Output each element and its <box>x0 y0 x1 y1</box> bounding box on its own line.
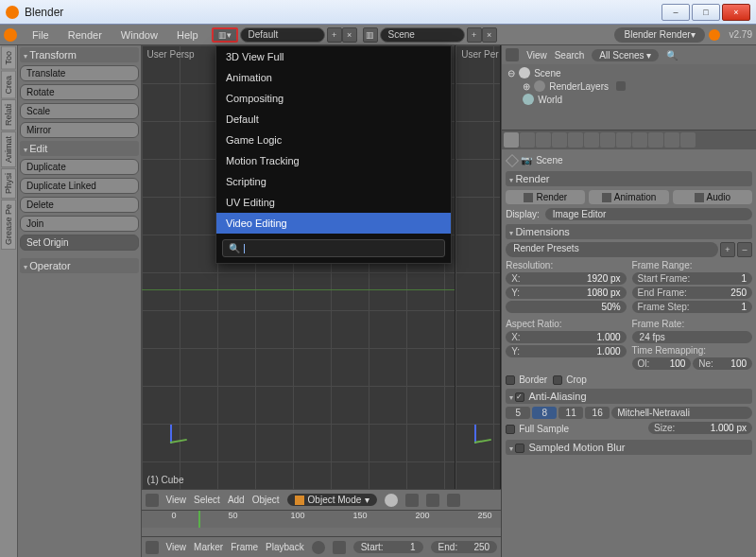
tab-material[interactable] <box>632 132 647 148</box>
window-close-button[interactable]: × <box>722 4 750 21</box>
aa-samples-11[interactable]: 11 <box>558 407 583 419</box>
3dview-menu-view[interactable]: View <box>166 495 187 505</box>
3d-viewport-right[interactable]: User Per <box>455 45 501 489</box>
set-origin-button[interactable]: Set Origin <box>20 235 139 251</box>
layout-option-video-editing[interactable]: Video Editing <box>216 213 451 234</box>
filter-size-field[interactable]: Size:1.000 px <box>648 422 752 434</box>
aa-filter-selector[interactable]: Mitchell-Netravali <box>611 407 752 419</box>
mirror-button[interactable]: Mirror <box>20 122 139 138</box>
layout-option-uv-editing[interactable]: UV Editing <box>216 192 451 213</box>
menu-file[interactable]: File <box>23 27 59 43</box>
frame-rate-selector[interactable]: 24 fps <box>632 331 752 343</box>
start-frame-field[interactable]: Start Frame:1 <box>632 272 752 285</box>
menu-window[interactable]: Window <box>112 27 167 43</box>
3dview-menu-object[interactable]: Object <box>252 495 280 505</box>
outliner-menu-view[interactable]: View <box>526 50 547 61</box>
resolution-percent-field[interactable]: 50% <box>506 301 626 313</box>
layout-option-scripting[interactable]: Scripting <box>216 171 451 192</box>
frame-step-field[interactable]: Frame Step:1 <box>632 301 752 313</box>
search-icon[interactable]: 🔍 <box>666 50 678 61</box>
editor-type-icon[interactable] <box>146 494 159 507</box>
tab-constraints[interactable] <box>584 132 599 148</box>
aspect-y-field[interactable]: Y:1.000 <box>506 345 626 357</box>
aspect-x-field[interactable]: X:1.000 <box>506 331 626 343</box>
tab-relations[interactable]: Relati <box>1 99 16 131</box>
menu-render[interactable]: Render <box>59 27 112 43</box>
layout-remove-button[interactable]: × <box>342 27 357 43</box>
panel-operator[interactable]: Operator <box>20 258 139 273</box>
animation-button[interactable]: Animation <box>589 190 668 204</box>
delete-button[interactable]: Delete <box>20 197 139 213</box>
tab-scene[interactable] <box>536 132 551 148</box>
scene-name-field[interactable]: Scene <box>380 27 465 43</box>
duplicate-linked-button[interactable]: Duplicate Linked <box>20 178 139 194</box>
3dview-menu-select[interactable]: Select <box>194 495 220 505</box>
border-checkbox[interactable]: Border <box>506 374 547 385</box>
panel-transform[interactable]: Transform <box>20 47 139 62</box>
outliner-item-world[interactable]: World <box>507 93 750 106</box>
tab-grease-pencil[interactable]: Grease Pe <box>1 200 16 250</box>
scale-button[interactable]: Scale <box>20 103 139 119</box>
screen-layout-selector[interactable]: ▥▾ <box>212 27 238 43</box>
manipulator-icon[interactable] <box>447 494 460 507</box>
render-button[interactable]: Render <box>506 190 585 204</box>
tab-create[interactable]: Crea <box>1 71 16 99</box>
outliner-item-renderlayers[interactable]: ⊕ RenderLayers <box>507 79 750 93</box>
render-engine-selector[interactable]: Blender Render ▾ <box>614 27 704 43</box>
layout-search-input[interactable]: 🔍 <box>222 239 445 257</box>
tab-modifiers[interactable] <box>600 132 615 148</box>
shading-icon[interactable] <box>385 494 398 507</box>
layout-option-motion-tracking[interactable]: Motion Tracking <box>216 150 451 171</box>
duplicate-button[interactable]: Duplicate <box>20 159 139 175</box>
scene-browse-button[interactable]: ▥ <box>363 27 378 43</box>
tab-render[interactable] <box>504 132 519 148</box>
pivot-icon[interactable] <box>405 494 419 507</box>
scene-add-button[interactable]: + <box>467 27 482 43</box>
end-frame-field[interactable]: End:250 <box>431 541 498 553</box>
pin-icon[interactable] <box>506 153 519 166</box>
section-antialiasing[interactable]: Anti-Aliasing <box>506 389 752 404</box>
timeline-cursor[interactable] <box>198 511 200 528</box>
timeline[interactable]: 0 50 100 150 200 250 <box>142 510 502 536</box>
timeline-menu-playback[interactable]: Playback <box>266 542 304 552</box>
section-dimensions[interactable]: Dimensions <box>506 224 752 239</box>
menu-help[interactable]: Help <box>167 27 208 43</box>
tab-physics[interactable] <box>680 132 696 148</box>
aa-samples-8[interactable]: 8 <box>532 407 557 419</box>
remap-new-field[interactable]: Ne:100 <box>693 357 752 370</box>
layout-option-animation[interactable]: Animation <box>216 67 451 88</box>
tab-physics[interactable]: Physi <box>1 168 16 199</box>
window-minimize-button[interactable]: – <box>662 4 690 21</box>
tab-tools[interactable]: Too <box>1 46 16 70</box>
lock-icon[interactable] <box>333 541 346 554</box>
tab-world[interactable] <box>552 132 567 148</box>
3dview-menu-add[interactable]: Add <box>228 495 245 505</box>
tab-renderlayers[interactable] <box>520 132 535 148</box>
layout-name-field[interactable]: Default <box>240 27 325 43</box>
preset-add-button[interactable]: + <box>720 242 735 257</box>
tab-animation[interactable]: Animat <box>1 131 16 167</box>
panel-edit[interactable]: Edit <box>20 141 139 156</box>
rotate-button[interactable]: Rotate <box>20 84 139 100</box>
layers-icon[interactable] <box>426 494 439 507</box>
aa-samples-5[interactable]: 5 <box>506 407 530 419</box>
crop-checkbox[interactable]: Crop <box>553 374 587 385</box>
section-sampled-motion-blur[interactable]: Sampled Motion Blur <box>506 440 752 455</box>
translate-button[interactable]: Translate <box>20 65 139 81</box>
outliner-menu-search[interactable]: Search <box>555 50 585 61</box>
timeline-menu-view[interactable]: View <box>166 542 187 552</box>
tab-particles[interactable] <box>664 132 679 148</box>
layout-option-game-logic[interactable]: Game Logic <box>216 130 451 150</box>
section-render[interactable]: Render <box>506 171 752 186</box>
editor-type-icon[interactable] <box>146 541 159 554</box>
outliner-item-scene[interactable]: ⊖ Scene <box>507 66 750 79</box>
audio-button[interactable]: Audio <box>673 190 752 204</box>
timeline-menu-frame[interactable]: Frame <box>231 542 258 552</box>
start-frame-field[interactable]: Start:1 <box>353 541 423 553</box>
join-button[interactable]: Join <box>20 216 139 232</box>
timeline-menu-marker[interactable]: Marker <box>194 542 223 552</box>
scene-remove-button[interactable]: × <box>482 27 497 43</box>
layout-option-3dview-full[interactable]: 3D View Full <box>216 46 451 67</box>
window-maximize-button[interactable]: □ <box>692 4 720 21</box>
render-presets-selector[interactable]: Render Presets <box>506 242 718 257</box>
